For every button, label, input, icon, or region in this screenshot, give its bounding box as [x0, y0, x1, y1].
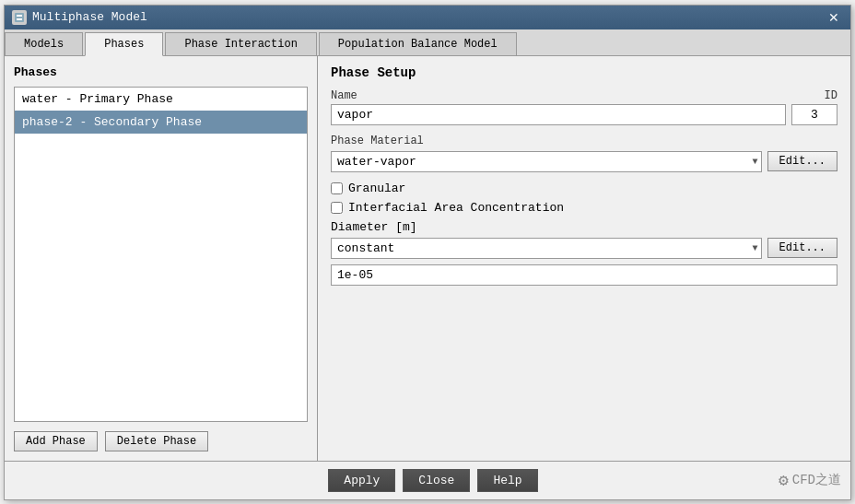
name-id-labels: Name ID — [331, 89, 837, 102]
tab-models[interactable]: Models — [5, 32, 83, 55]
window-title: Multiphase Model — [32, 10, 147, 24]
diameter-method-wrapper: constant ▼ — [331, 238, 762, 259]
add-phase-button[interactable]: Add Phase — [14, 431, 98, 451]
phase-material-row: water-vapor ▼ Edit... — [331, 151, 837, 172]
name-id-group: Name ID — [331, 89, 837, 125]
phase-material-select[interactable]: water-vapor — [331, 151, 762, 172]
close-button[interactable]: Close — [403, 469, 470, 492]
name-label: Name — [331, 89, 357, 102]
id-label: ID — [825, 89, 837, 102]
id-input[interactable] — [791, 104, 837, 125]
svg-rect-0 — [15, 13, 24, 22]
apply-button[interactable]: Apply — [328, 469, 395, 492]
left-buttons: Add Phase Delete Phase — [14, 431, 308, 451]
name-input[interactable] — [331, 104, 786, 125]
app-icon — [12, 10, 27, 25]
tab-phase-interaction[interactable]: Phase Interaction — [165, 32, 316, 55]
main-content: Phases water - Primary Phase phase-2 - S… — [5, 56, 850, 461]
left-panel: Phases water - Primary Phase phase-2 - S… — [5, 56, 318, 461]
delete-phase-button[interactable]: Delete Phase — [105, 431, 208, 451]
granular-label: Granular — [348, 182, 405, 195]
close-window-button[interactable]: ✕ — [825, 10, 843, 25]
watermark-text: CFD之道 — [792, 472, 841, 488]
svg-rect-2 — [17, 18, 22, 20]
phases-panel-title: Phases — [14, 65, 308, 79]
phase-material-select-wrapper: water-vapor ▼ — [331, 151, 762, 172]
diameter-section: Diameter [m] constant ▼ Edit... — [331, 220, 837, 286]
phase-material-section: Phase Material water-vapor ▼ Edit... — [331, 135, 837, 172]
granular-checkbox-row: Granular — [331, 182, 837, 195]
phase-list: water - Primary Phase phase-2 - Secondar… — [14, 87, 308, 422]
diameter-value-input[interactable] — [331, 264, 837, 286]
svg-rect-1 — [17, 15, 22, 17]
interfacial-checkbox-row: Interfacial Area Concentration — [331, 201, 837, 215]
bottom-bar: Apply Close Help ⚙ CFD之道 — [5, 461, 850, 499]
edit-diameter-button[interactable]: Edit... — [767, 238, 837, 258]
phase-item-phase2[interactable]: phase-2 - Secondary Phase — [15, 111, 307, 134]
main-window: Multiphase Model ✕ Models Phases Phase I… — [4, 5, 851, 500]
diameter-method-select[interactable]: constant — [331, 238, 762, 259]
title-bar-left: Multiphase Model — [12, 10, 147, 25]
phase-item-water[interactable]: water - Primary Phase — [15, 88, 307, 111]
help-button[interactable]: Help — [477, 469, 537, 492]
granular-checkbox[interactable] — [331, 182, 343, 194]
diameter-method-row: constant ▼ Edit... — [331, 238, 837, 259]
phase-material-label: Phase Material — [331, 135, 837, 147]
bottom-buttons: Apply Close Help — [88, 469, 779, 492]
interfacial-label: Interfacial Area Concentration — [348, 201, 564, 215]
right-panel: Phase Setup Name ID Phase Material — [318, 56, 850, 461]
name-id-inputs — [331, 104, 837, 125]
phase-setup-title: Phase Setup — [331, 65, 837, 80]
edit-material-button[interactable]: Edit... — [767, 151, 837, 171]
tab-bar: Models Phases Phase Interaction Populati… — [5, 29, 850, 56]
watermark: ⚙ CFD之道 — [779, 470, 841, 490]
title-bar: Multiphase Model ✕ — [5, 6, 850, 29]
interfacial-checkbox[interactable] — [331, 202, 343, 214]
tab-phases[interactable]: Phases — [85, 32, 163, 56]
diameter-label: Diameter [m] — [331, 220, 837, 234]
tab-population-balance[interactable]: Population Balance Model — [319, 32, 517, 55]
watermark-icon: ⚙ — [779, 470, 789, 490]
